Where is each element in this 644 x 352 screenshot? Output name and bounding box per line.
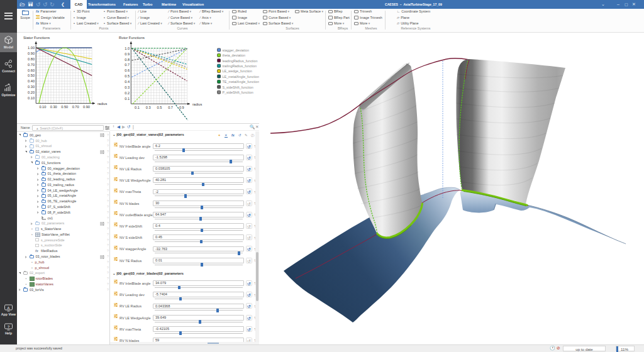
svg-text:0.9: 0.9: [125, 52, 130, 56]
svg-text:0.90: 0.90: [83, 105, 90, 109]
svg-text:0.10: 0.10: [28, 96, 35, 100]
svg-text:0.80: 0.80: [28, 57, 35, 61]
svg-text:0.1: 0.1: [135, 106, 140, 109]
svg-text:A: A: [7, 306, 10, 310]
svg-text:radius: radius: [97, 102, 107, 106]
svg-text:LE_wedge_function: LE_wedge_function: [223, 69, 252, 73]
svg-text:0.1: 0.1: [125, 97, 130, 101]
svg-text:0.7: 0.7: [125, 63, 130, 67]
svg-text:theta_deviation: theta_deviation: [223, 53, 246, 57]
svg-text:trailingRadius_function: trailingRadius_function: [223, 64, 257, 68]
svg-text:0.50: 0.50: [28, 74, 35, 77]
svg-text:0.6: 0.6: [125, 69, 130, 72]
svg-text:0.9: 0.9: [179, 106, 184, 109]
svg-text:0.40: 0.40: [28, 79, 35, 83]
svg-text:stagger_deviation: stagger_deviation: [223, 48, 250, 52]
svg-text:0.50: 0.50: [61, 105, 68, 109]
svg-text:0.3: 0.3: [146, 106, 151, 109]
svg-text:leadingRadius_function: leadingRadius_function: [223, 59, 258, 63]
svg-text:1.00: 1.00: [28, 46, 35, 50]
svg-text:0.5: 0.5: [157, 106, 162, 109]
svg-text:0.2: 0.2: [125, 91, 130, 95]
svg-text:0.4: 0.4: [125, 80, 130, 84]
svg-text:Stator Functions: Stator Functions: [23, 36, 50, 40]
svg-text:0.5: 0.5: [125, 74, 130, 78]
svg-text:P_sideShift_function: P_sideShift_function: [223, 91, 253, 94]
svg-text:0.70: 0.70: [28, 63, 35, 67]
svg-text:0.8: 0.8: [125, 58, 130, 62]
svg-text:0.60: 0.60: [28, 69, 35, 72]
svg-text:0.90: 0.90: [28, 52, 35, 55]
svg-text:TE_metalAngle_function: TE_metalAngle_function: [223, 80, 260, 84]
svg-text:S_sideShift_function: S_sideShift_function: [223, 85, 253, 89]
svg-text:0.70: 0.70: [72, 105, 79, 109]
svg-text:?: ?: [8, 325, 10, 329]
svg-text:0.7: 0.7: [168, 106, 173, 109]
svg-text:0.30: 0.30: [50, 105, 57, 109]
svg-text:0.3: 0.3: [125, 85, 130, 89]
svg-text:LE_metalAngle_function: LE_metalAngle_function: [223, 75, 259, 79]
svg-text:Rotor Functions: Rotor Functions: [119, 36, 145, 40]
svg-text:radius: radius: [192, 102, 202, 106]
svg-text:0.10: 0.10: [39, 105, 46, 109]
svg-text:0.20: 0.20: [28, 91, 35, 94]
svg-text:1.0: 1.0: [125, 47, 130, 50]
svg-text:0.30: 0.30: [28, 85, 35, 89]
